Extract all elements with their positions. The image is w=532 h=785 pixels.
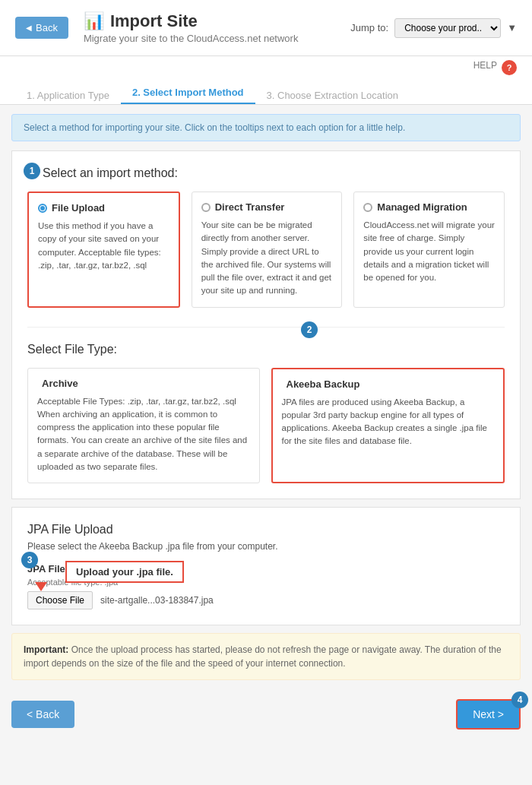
method-managed-migration-desc: CloudAccess.net will migrate your site f… <box>363 219 495 284</box>
upload-tooltip: Upload your .jpa file. <box>65 561 184 583</box>
radio-file-upload <box>38 204 47 213</box>
file-type-archive-desc: Acceptable File Types: .zip, .tar, .tar.… <box>37 395 250 474</box>
method-direct-transfer[interactable]: Direct Transfer Your site can be be migr… <box>192 192 343 308</box>
file-name: site-artgalle...03-183847.jpa <box>100 595 214 606</box>
method-direct-transfer-desc: Your site can be be migrated directly fr… <box>201 219 333 298</box>
import-method-section: 1 Select an import method: File Upload U… <box>27 166 505 308</box>
jpa-upload-row: Upload your .jpa file. 3 Choose File sit… <box>27 591 505 609</box>
step-3[interactable]: 3. Choose Extraction Location <box>255 90 410 101</box>
footer-buttons: < Back 4 Next > <box>0 692 532 745</box>
step-1[interactable]: 1. Application Type <box>15 90 121 101</box>
help-label: HELP <box>473 60 497 75</box>
jpa-upload-section: JPA File Upload Please select the Akeeba… <box>11 507 521 625</box>
main-content: 1 Select an import method: File Upload U… <box>11 150 521 499</box>
jpa-badge: 3 <box>21 552 38 568</box>
important-text: Once the upload process has started, ple… <box>24 644 502 669</box>
method-file-upload-desc: Use this method if you have a copy of yo… <box>38 220 169 272</box>
page-subtitle: Migrate your site to the CloudAccess.net… <box>84 33 299 44</box>
file-type-badge: 2 <box>301 321 318 338</box>
method-direct-transfer-title: Direct Transfer <box>201 201 333 213</box>
file-type-akeeba[interactable]: Akeeba Backup JPA files are produced usi… <box>271 368 505 484</box>
method-managed-migration-title: Managed Migration <box>363 201 495 213</box>
radio-direct-transfer <box>201 203 211 212</box>
file-type-title: Select File Type: <box>27 343 505 356</box>
important-notice: Important: Once the upload process has s… <box>11 633 521 680</box>
radio-managed-migration <box>363 203 372 212</box>
help-row: HELP ? <box>15 56 517 79</box>
header-back-button[interactable]: Back <box>15 17 68 39</box>
header-title-area: 📊 Import Site Migrate your site to the C… <box>84 11 299 44</box>
help-button[interactable]: ? <box>502 60 517 75</box>
method-file-upload[interactable]: File Upload Use this method if you have … <box>27 192 180 308</box>
footer-next-wrapper: 4 Next > <box>456 699 521 730</box>
file-type-cards: Archive Acceptable File Types: .zip, .ta… <box>27 368 505 484</box>
chart-icon: 📊 <box>84 11 104 31</box>
file-type-section: 2 Select File Type: Archive Acceptable F… <box>27 327 505 484</box>
jpa-title: JPA File Upload <box>27 523 505 537</box>
next-badge: 4 <box>511 692 528 708</box>
footer-back-button[interactable]: < Back <box>11 701 74 728</box>
method-managed-migration[interactable]: Managed Migration CloudAccess.net will m… <box>353 192 505 308</box>
file-type-akeeba-desc: JPA files are produced using Akeeba Back… <box>282 396 495 448</box>
steps-wrapper: HELP ? 1. Application Type 2. Select Imp… <box>0 56 532 105</box>
dropdown-icon: ▼ <box>507 22 517 33</box>
file-type-archive[interactable]: Archive Acceptable File Types: .zip, .ta… <box>27 368 260 484</box>
method-file-upload-title: File Upload <box>38 202 169 214</box>
import-method-title: Select an import method: <box>27 166 505 180</box>
important-prefix: Important: <box>24 644 68 655</box>
jpa-subtitle: Please select the Akeeba Backup .jpa fil… <box>27 541 505 552</box>
jump-to-label: Jump to: <box>350 22 388 33</box>
import-method-badge: 1 <box>24 163 40 179</box>
step-2[interactable]: 2. Select Import Method <box>121 87 255 104</box>
jump-to-area: Jump to: Choose your prod... ▼ <box>350 18 517 38</box>
steps-row: 1. Application Type 2. Select Import Met… <box>15 79 517 104</box>
info-bar: Select a method for importing your site.… <box>11 114 521 141</box>
header: Back 📊 Import Site Migrate your site to … <box>0 0 532 56</box>
file-type-akeeba-title: Akeeba Backup <box>282 378 495 390</box>
page-title: 📊 Import Site <box>84 11 299 31</box>
tooltip-arrow-down <box>35 582 47 591</box>
footer-next-button[interactable]: Next > <box>456 699 521 730</box>
jump-to-select[interactable]: Choose your prod... <box>394 18 501 38</box>
file-type-archive-title: Archive <box>37 378 250 389</box>
choose-file-button[interactable]: Choose File <box>27 591 93 609</box>
import-methods-list: File Upload Use this method if you have … <box>27 192 505 308</box>
